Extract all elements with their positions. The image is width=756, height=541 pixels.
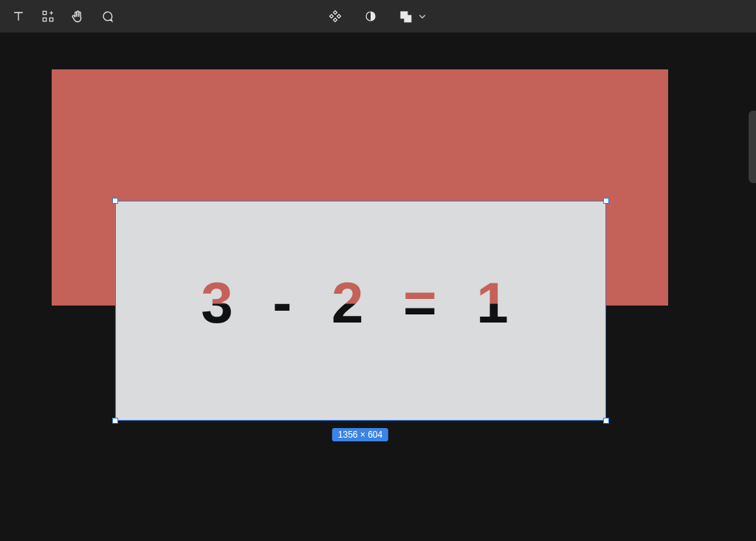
selection-handle-br[interactable] — [603, 418, 609, 424]
chevron-down-icon — [416, 10, 429, 23]
resources-tool-icon[interactable] — [40, 8, 56, 24]
selected-frame[interactable]: 3 - 2 = 1 — [115, 201, 606, 421]
selection-handle-bl[interactable] — [112, 418, 118, 424]
equation-text[interactable]: 3 - 2 = 1 — [201, 269, 520, 337]
mask-tool-icon[interactable] — [362, 8, 379, 24]
tidy-up-icon[interactable] — [327, 8, 343, 24]
toolbar-center-group — [327, 8, 429, 24]
svg-rect-0 — [43, 11, 47, 15]
text-tool-icon[interactable] — [10, 8, 27, 24]
selection-handle-tl[interactable] — [112, 198, 118, 204]
svg-rect-5 — [404, 15, 411, 22]
right-panel-tab[interactable] — [749, 111, 756, 183]
top-toolbar — [0, 0, 756, 32]
boolean-tool-icon[interactable] — [398, 8, 429, 24]
svg-rect-1 — [49, 18, 53, 21]
dimensions-badge: 1356 × 604 — [332, 428, 388, 441]
hand-tool-icon[interactable] — [69, 8, 86, 24]
selection-handle-tr[interactable] — [603, 198, 609, 204]
toolbar-left-group — [0, 8, 115, 24]
svg-rect-2 — [43, 18, 47, 21]
comment-tool-icon[interactable] — [99, 8, 115, 24]
design-canvas[interactable]: 3 - 2 = 1 1356 × 604 — [0, 32, 756, 541]
